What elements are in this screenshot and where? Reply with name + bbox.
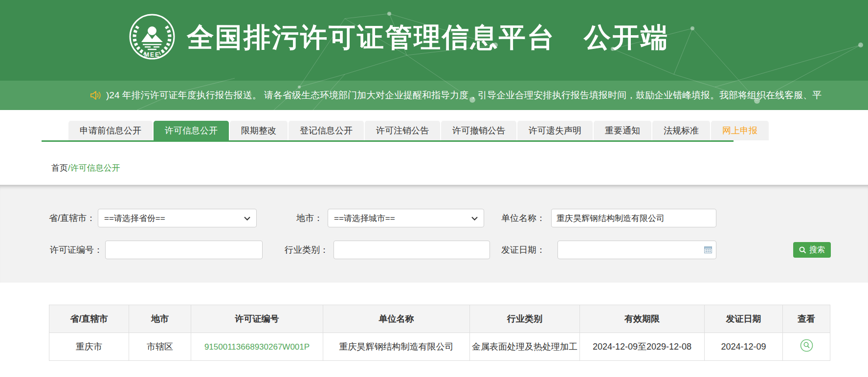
- results-section: 省/直辖市 地市 许可证编号 单位名称 行业类别 有效期限 发证日期 查看 重庆…: [49, 305, 868, 361]
- cell-company: 重庆昊辉钢结构制造有限公司: [323, 333, 470, 361]
- tab-rectification[interactable]: 限期整改: [230, 121, 288, 140]
- cell-issue-date: 2024-12-09: [705, 333, 783, 361]
- tab-online-application[interactable]: 网上申报: [711, 121, 769, 140]
- col-header-valid-period: 有效期限: [580, 305, 705, 333]
- breadcrumb-current: 许可信息公开: [70, 163, 120, 173]
- hero: MEE 全国排污许可证管理信息平台 公开端 )24 年排污许可证年度执行报告报送…: [0, 0, 868, 110]
- tab-regulations[interactable]: 法规标准: [652, 121, 710, 140]
- main-nav: 申请前信息公开 许可信息公开 限期整改 登记信息公开 许可注销公告 许可撤销公告…: [0, 110, 868, 142]
- cell-industry: 金属表面处理及热处理加工: [470, 333, 580, 361]
- tab-revocation-notice[interactable]: 许可撤销公告: [441, 121, 516, 140]
- cell-province: 重庆市: [49, 333, 129, 361]
- site-header: MEE 全国排污许可证管理信息平台 公开端: [0, 0, 868, 81]
- issue-date-label: 发证日期：: [479, 241, 545, 259]
- tab-permit-info[interactable]: 许可信息公开: [154, 121, 229, 140]
- chevron-down-icon: [244, 213, 250, 223]
- tab-registration-info[interactable]: 登记信息公开: [289, 121, 364, 140]
- col-header-issue-date: 发证日期: [705, 305, 783, 333]
- col-header-industry: 行业类别: [470, 305, 580, 333]
- chevron-down-icon: [471, 213, 478, 223]
- col-header-province: 省/直辖市: [49, 305, 129, 333]
- svg-text:MEE: MEE: [144, 51, 160, 58]
- industry-input[interactable]: [334, 241, 490, 259]
- province-select-value: ==请选择省份==: [104, 213, 165, 224]
- breadcrumb: 首页/许可信息公开: [0, 142, 868, 185]
- calendar-icon[interactable]: [704, 246, 712, 255]
- province-label: 省/直辖市：: [29, 209, 95, 227]
- cell-view: [783, 333, 830, 361]
- permit-number-link[interactable]: 91500113668930267W001P: [204, 342, 310, 352]
- table-header-row: 省/直辖市 地市 许可证编号 单位名称 行业类别 有效期限 发证日期 查看: [49, 305, 830, 333]
- cell-permit-no: 91500113668930267W001P: [191, 333, 323, 361]
- tab-important-notice[interactable]: 重要通知: [594, 121, 651, 140]
- city-label: 地市：: [274, 209, 323, 227]
- issue-date-field: [557, 241, 716, 259]
- city-select-value: ==请选择城市==: [334, 213, 395, 224]
- col-header-company: 单位名称: [323, 305, 470, 333]
- search-filter-panel: 省/直辖市： ==请选择省份== 地市： ==请选择城市== 单位名称： 许可证…: [0, 185, 868, 283]
- cell-city: 市辖区: [129, 333, 191, 361]
- search-button[interactable]: 搜索: [793, 242, 831, 258]
- permit-number-input[interactable]: [105, 241, 263, 259]
- industry-label: 行业类别：: [263, 241, 329, 259]
- search-button-label: 搜索: [809, 245, 825, 255]
- cell-valid-period: 2024-12-09至2029-12-08: [580, 333, 705, 361]
- tab-cancellation-notice[interactable]: 许可注销公告: [365, 121, 440, 140]
- company-name-label: 单位名称：: [479, 209, 545, 227]
- tab-loss-declaration[interactable]: 许可遗失声明: [517, 121, 593, 140]
- tab-pre-application-info[interactable]: 申请前信息公开: [68, 121, 153, 140]
- table-row: 重庆市 市辖区 91500113668930267W001P 重庆昊辉钢结构制造…: [49, 333, 830, 361]
- breadcrumb-home-link[interactable]: 首页: [51, 163, 68, 173]
- site-title: 全国排污许可证管理信息平台 公开端: [187, 20, 669, 56]
- col-header-permit-no: 许可证编号: [191, 305, 323, 333]
- mee-logo-icon: MEE: [128, 13, 176, 61]
- results-table: 省/直辖市 地市 许可证编号 单位名称 行业类别 有效期限 发证日期 查看 重庆…: [49, 305, 830, 361]
- city-select[interactable]: ==请选择城市==: [328, 209, 484, 227]
- speaker-icon: [89, 90, 101, 101]
- view-magnifier-icon[interactable]: [800, 339, 813, 352]
- company-name-input[interactable]: [551, 209, 716, 227]
- col-header-view: 查看: [783, 305, 830, 333]
- province-select[interactable]: ==请选择省份==: [98, 209, 257, 227]
- announcement-text: )24 年排污许可证年度执行报告报送。 请各省级生态环境部门加大对企业提醒和指导…: [106, 89, 822, 102]
- announcement-bar: )24 年排污许可证年度执行报告报送。 请各省级生态环境部门加大对企业提醒和指导…: [0, 81, 868, 110]
- issue-date-input[interactable]: [557, 241, 716, 259]
- col-header-city: 地市: [129, 305, 191, 333]
- search-icon: [799, 246, 806, 254]
- permit-number-label: 许可证编号：: [29, 241, 103, 259]
